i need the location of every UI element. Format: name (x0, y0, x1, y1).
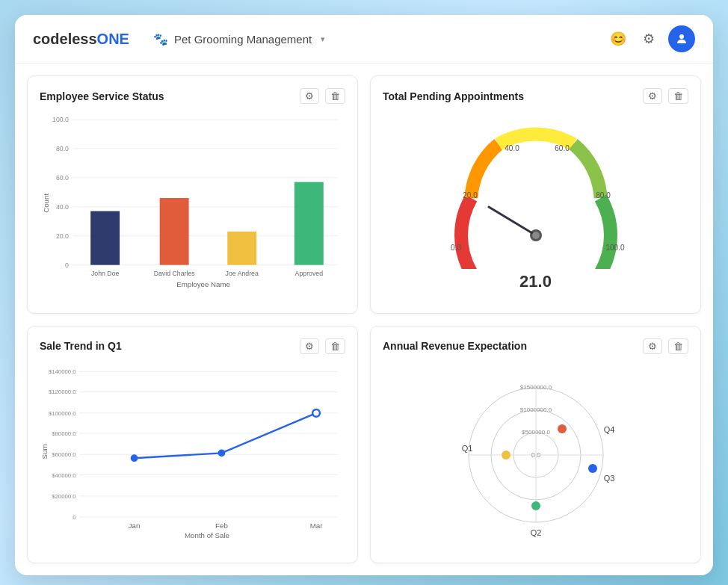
sale-trend-chart-area: Sum $140000.0 $120000.0 $100000.0 $80000… (40, 360, 345, 551)
svg-point-31 (532, 232, 540, 239)
svg-text:Employee Name: Employee Name (176, 280, 230, 288)
svg-rect-18 (227, 232, 256, 265)
chevron-down-icon: ▾ (321, 34, 325, 44)
svg-text:0.0: 0.0 (451, 244, 461, 252)
card-header-pending: Total Pending Appointments ⚙ 🗑 (383, 88, 688, 104)
logo-accent: ONE (97, 31, 129, 47)
svg-point-49 (131, 454, 138, 462)
sale-trash-button[interactable]: 🗑 (325, 338, 345, 354)
svg-text:Feb: Feb (215, 521, 228, 529)
employee-service-card: Employee Service Status ⚙ 🗑 Count 100.0 … (27, 75, 358, 314)
svg-point-0 (679, 34, 684, 39)
logo: codelessONE (33, 31, 129, 48)
svg-rect-14 (90, 211, 120, 265)
svg-text:$20000.0: $20000.0 (52, 492, 76, 499)
paw-icon: 🐾 (153, 32, 168, 46)
employee-trash-button[interactable]: 🗑 (325, 88, 345, 104)
employee-gear-button[interactable]: ⚙ (300, 88, 319, 104)
svg-text:100.0: 100.0 (52, 116, 69, 123)
pending-gear-button[interactable]: ⚙ (643, 88, 662, 104)
svg-text:100.0: 100.0 (605, 244, 624, 252)
svg-text:Q3: Q3 (603, 474, 614, 483)
nav-title-text: Pet Grooming Management (174, 33, 312, 46)
svg-text:$140000.0: $140000.0 (49, 368, 76, 375)
dashboard: Employee Service Status ⚙ 🗑 Count 100.0 … (15, 64, 713, 575)
sale-trend-card: Sale Trend in Q1 ⚙ 🗑 Sum $140000.0 $1200… (27, 326, 358, 564)
svg-point-74 (558, 424, 567, 433)
svg-text:Q4: Q4 (603, 425, 614, 434)
svg-point-50 (218, 449, 226, 456)
header: codelessONE 🐾 Pet Grooming Management ▾ … (15, 15, 713, 64)
polar-chart-wrap: $500000.0 $1000000.0 $1500000.0 0.0 Q1 Q… (383, 360, 688, 551)
emoji-button[interactable]: 😊 (607, 28, 629, 50)
svg-text:Q2: Q2 (530, 528, 541, 537)
svg-text:80.0: 80.0 (596, 191, 611, 199)
svg-text:Joe Andrea: Joe Andrea (226, 270, 259, 277)
svg-text:80.0: 80.0 (56, 145, 69, 152)
svg-point-71 (502, 451, 510, 459)
sale-gear-button[interactable]: ⚙ (300, 338, 319, 354)
revenue-gear-button[interactable]: ⚙ (643, 338, 662, 354)
gear-button[interactable]: ⚙ (640, 28, 658, 50)
card-header-sale: Sale Trend in Q1 ⚙ 🗑 (40, 338, 345, 354)
svg-text:Jan: Jan (129, 521, 141, 529)
svg-point-73 (588, 464, 597, 473)
svg-text:20.0: 20.0 (56, 232, 69, 240)
nav-title[interactable]: 🐾 Pet Grooming Management ▾ (153, 32, 325, 46)
card-actions-sale: ⚙ 🗑 (300, 338, 345, 354)
svg-text:60.0: 60.0 (555, 144, 570, 152)
pending-trash-button[interactable]: 🗑 (668, 88, 688, 104)
svg-text:40.0: 40.0 (505, 144, 519, 152)
sale-trend-title: Sale Trend in Q1 (40, 340, 122, 352)
svg-text:Mar: Mar (310, 521, 324, 529)
svg-text:Q1: Q1 (461, 444, 472, 453)
svg-text:60.0: 60.0 (56, 174, 69, 182)
svg-text:$120000.0: $120000.0 (49, 389, 76, 395)
svg-rect-16 (160, 198, 189, 265)
header-icons: 😊 ⚙ (607, 25, 695, 52)
svg-point-51 (312, 409, 320, 416)
card-actions-employee: ⚙ 🗑 (300, 88, 345, 104)
svg-text:Sum: Sum (40, 444, 49, 459)
polar-chart-svg: $500000.0 $1000000.0 $1500000.0 0.0 Q1 Q… (424, 365, 648, 545)
revenue-title: Annual Revenue Expectation (383, 340, 527, 352)
pending-title: Total Pending Appointments (383, 90, 524, 102)
gauge-value: 21.0 (519, 272, 552, 291)
card-header-revenue: Annual Revenue Expectation ⚙ 🗑 (383, 338, 688, 354)
employee-service-title: Employee Service Status (40, 90, 164, 102)
app-container: codelessONE 🐾 Pet Grooming Management ▾ … (15, 15, 713, 575)
svg-text:$100000.0: $100000.0 (49, 409, 76, 416)
svg-text:$60000.0: $60000.0 (52, 451, 76, 458)
svg-text:0: 0 (65, 261, 69, 269)
employee-bar-chart-svg: Count 100.0 80.0 60.0 40.0 20.0 0 (40, 110, 345, 289)
svg-text:Approved: Approved (295, 270, 324, 277)
svg-text:David Charles: David Charles (154, 270, 196, 277)
revenue-trash-button[interactable]: 🗑 (668, 338, 688, 354)
gauge-container: 0.0 20.0 40.0 60.0 80.0 100.0 (383, 110, 688, 301)
sale-trend-svg: Sum $140000.0 $120000.0 $100000.0 $80000… (40, 360, 345, 539)
avatar-button[interactable] (668, 25, 695, 52)
svg-text:Month of Sale: Month of Sale (185, 531, 229, 539)
svg-text:John Doe: John Doe (91, 270, 120, 277)
svg-text:0: 0 (73, 513, 76, 520)
svg-text:$40000.0: $40000.0 (52, 471, 76, 478)
svg-point-72 (531, 501, 540, 510)
card-actions-revenue: ⚙ 🗑 (643, 338, 688, 354)
svg-text:40.0: 40.0 (56, 203, 69, 211)
svg-text:20.0: 20.0 (463, 191, 478, 199)
svg-text:Count: Count (42, 194, 50, 213)
card-actions-pending: ⚙ 🗑 (643, 88, 688, 104)
card-header-employee: Employee Service Status ⚙ 🗑 (40, 88, 345, 104)
annual-revenue-card: Annual Revenue Expectation ⚙ 🗑 $500000.0… (370, 326, 701, 564)
pending-appointments-card: Total Pending Appointments ⚙ 🗑 (370, 75, 701, 314)
svg-rect-20 (294, 182, 324, 265)
gauge-svg: 0.0 20.0 40.0 60.0 80.0 100.0 (424, 120, 648, 269)
svg-line-30 (489, 207, 536, 235)
employee-bar-chart-area: Count 100.0 80.0 60.0 40.0 20.0 0 (40, 110, 345, 301)
svg-text:$80000.0: $80000.0 (52, 430, 76, 437)
